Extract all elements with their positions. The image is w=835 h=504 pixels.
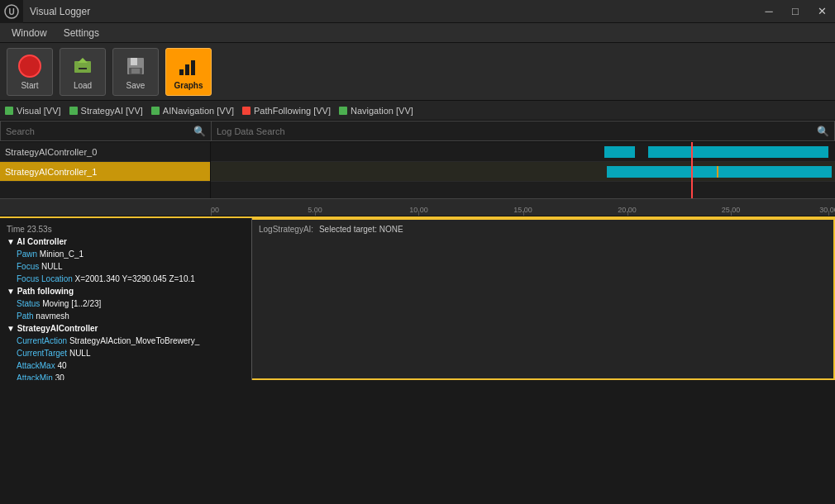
- log-section-path-header: ▼ Path following: [7, 285, 245, 297]
- timeline-track-1: [211, 162, 835, 182]
- graphs-icon: [175, 53, 202, 79]
- log-time: Time 23.53s: [7, 223, 245, 235]
- save-icon: [122, 53, 149, 79]
- tick-6: 30.00: [819, 206, 835, 214]
- toolbar: Start Load Save: [0, 43, 835, 101]
- filter-navigation[interactable]: Navigation [VV]: [339, 106, 413, 116]
- window-controls: ─ □ ✕: [756, 0, 835, 23]
- svg-rect-2: [74, 61, 91, 73]
- svg-rect-6: [131, 58, 137, 65]
- log-entry-currentaction: CurrentAction StrategyAIAction_MoveToBre…: [7, 335, 245, 347]
- graphs-button[interactable]: Graphs: [165, 48, 212, 96]
- log-entry-focus: Focus NULL: [7, 260, 245, 273]
- menubar: Window Settings: [0, 23, 835, 43]
- log-entry-focus-location: Focus Location X=2001.340 Y=3290.045 Z=1…: [7, 273, 245, 285]
- log-right-content: LogStrategyAI: Selected target: NONE: [259, 223, 827, 235]
- bottom-area: Time 23.53s ▼ AI Controller Pawn Minion_…: [0, 216, 835, 380]
- timeline-ruler[interactable]: 00 5.00 10.00 15.00 20.00 25.00 30.00: [0, 198, 835, 216]
- svg-rect-8: [131, 69, 140, 74]
- menu-settings[interactable]: Settings: [55, 26, 107, 40]
- left-search-box: 🔍: [0, 121, 211, 141]
- timeline-tracks[interactable]: [211, 142, 835, 198]
- entity-list: StrategyAIController_0 StrategyAIControl…: [0, 142, 211, 198]
- timeline-bar-0b: [648, 146, 829, 158]
- load-button[interactable]: Load: [60, 48, 106, 96]
- load-icon: [69, 53, 96, 79]
- ruler-ticks: 00 5.00 10.00 15.00 20.00 25.00 30.00: [211, 199, 835, 216]
- svg-rect-4: [79, 68, 87, 69]
- ue-logo-icon: U: [0, 0, 23, 23]
- log-right-panel: LogStrategyAI: Selected target: NONE: [252, 218, 835, 380]
- log-entry-status: Status Moving [1..2/23]: [7, 297, 245, 310]
- filter-strategyai-dot: [69, 107, 78, 115]
- svg-marker-3: [78, 58, 88, 63]
- start-button[interactable]: Start: [7, 48, 53, 96]
- timeline-bar-0a: [604, 146, 636, 158]
- log-entry-path: Path navmesh: [7, 310, 245, 322]
- svg-rect-11: [191, 60, 195, 75]
- start-icon: [17, 53, 43, 79]
- log-section-ai-header: ▼ AI Controller: [7, 235, 245, 248]
- filterbar: Visual [VV] StrategyAI [VV] AINavigation…: [0, 101, 835, 121]
- svg-text:U: U: [8, 7, 14, 17]
- filter-pathfollowing[interactable]: PathFollowing [VV]: [242, 106, 331, 116]
- save-button[interactable]: Save: [112, 48, 159, 96]
- filter-strategyai[interactable]: StrategyAI [VV]: [69, 106, 143, 116]
- entity-timeline-row: StrategyAIController_0 StrategyAIControl…: [0, 142, 835, 198]
- menu-window[interactable]: Window: [3, 26, 55, 40]
- tick-0: 00: [211, 206, 219, 214]
- maximize-button[interactable]: □: [782, 0, 809, 23]
- filter-ainavigation-dot: [151, 107, 160, 115]
- filter-navigation-dot: [339, 107, 347, 115]
- log-entry-attackmax: AttackMax 40: [7, 359, 245, 372]
- window-title: Visual Logger: [23, 6, 756, 17]
- svg-rect-10: [185, 64, 189, 75]
- right-search-box: 🔍: [211, 121, 835, 141]
- filter-ainavigation[interactable]: AINavigation [VV]: [151, 106, 234, 116]
- search-input[interactable]: [6, 126, 190, 136]
- playhead-marker: [691, 142, 693, 198]
- titlebar: U Visual Logger ─ □ ✕: [0, 0, 835, 23]
- log-entry-pawn: Pawn Minion_C_1: [7, 248, 245, 260]
- log-section-strategy-header: ▼ StrategyAIController: [7, 322, 245, 335]
- main-area: StrategyAIController_0 StrategyAIControl…: [0, 142, 835, 380]
- log-entry-currenttarget: CurrentTarget NULL: [7, 347, 245, 359]
- log-left-panel: Time 23.53s ▼ AI Controller Pawn Minion_…: [0, 218, 252, 380]
- entity-row-1[interactable]: StrategyAIController_1: [0, 162, 210, 182]
- filter-pathfollowing-dot: [242, 107, 250, 115]
- timeline-bar-1a: [607, 166, 832, 178]
- search-row: 🔍 🔍: [0, 121, 835, 142]
- log-search-input[interactable]: [217, 126, 814, 136]
- timeline-bar-1b: [717, 166, 718, 178]
- log-entry-attackmin: AttackMin 30: [7, 372, 245, 380]
- entity-row-0[interactable]: StrategyAIController_0: [0, 142, 210, 162]
- filter-visual[interactable]: Visual [VV]: [5, 106, 61, 116]
- filter-visual-dot: [5, 107, 13, 115]
- close-button[interactable]: ✕: [809, 0, 835, 23]
- timeline-track-0: [211, 142, 835, 162]
- svg-rect-9: [179, 69, 184, 75]
- search-icon: 🔍: [193, 126, 206, 137]
- log-search-icon: 🔍: [817, 126, 829, 137]
- minimize-button[interactable]: ─: [756, 0, 782, 23]
